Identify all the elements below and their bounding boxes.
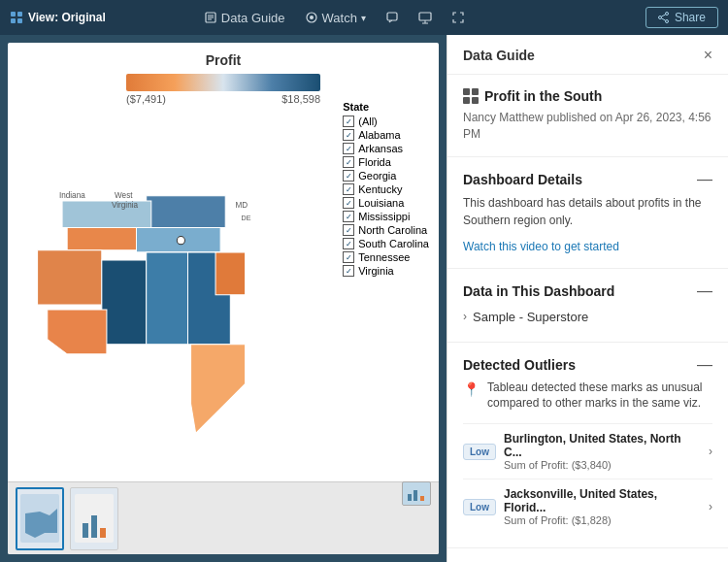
checkbox-tn[interactable] xyxy=(343,251,354,263)
thumb-map-icon xyxy=(20,494,59,543)
panel-header: Data Guide × xyxy=(447,35,728,75)
checkbox-va[interactable] xyxy=(343,265,354,277)
present-icon xyxy=(418,11,432,24)
louisiana-state[interactable] xyxy=(48,310,107,354)
mississippi-state[interactable] xyxy=(102,260,147,345)
outlier-info: 📍 Tableau detected these marks as unusua… xyxy=(463,380,712,413)
nc-dot xyxy=(177,237,184,245)
arkansas-state[interactable] xyxy=(38,250,102,305)
thumbnail-mini xyxy=(402,481,431,506)
svg-point-14 xyxy=(665,13,668,16)
fullscreen-button[interactable] xyxy=(451,11,465,24)
outliers-toggle[interactable]: — xyxy=(697,356,712,374)
comment-button[interactable] xyxy=(385,11,399,24)
outlier1-badge: Low xyxy=(463,444,496,460)
outlier2-name: Jacksonville, United States, Florid... xyxy=(504,487,701,514)
checkbox-al[interactable] xyxy=(343,129,354,141)
gradient-max: $18,598 xyxy=(281,93,320,105)
checkbox-ar[interactable] xyxy=(343,143,354,154)
main-content: Profit ($7,491) $18,598 State (All) Alab… xyxy=(0,35,728,562)
in-label: Indiana xyxy=(59,191,85,200)
state-item-fl[interactable]: Florida xyxy=(343,156,429,168)
svg-rect-23 xyxy=(100,528,106,538)
outlier-item-2[interactable]: Low Jacksonville, United States, Florid.… xyxy=(463,479,712,534)
state-item-ky[interactable]: Kentucky xyxy=(343,183,429,195)
state-item-la[interactable]: Louisiana xyxy=(343,197,429,209)
pin-icon: 📍 xyxy=(463,381,480,397)
thumbnail-1[interactable] xyxy=(16,487,64,550)
checkbox-fl[interactable] xyxy=(343,156,354,168)
svg-point-9 xyxy=(310,16,314,19)
topbar-right: Share xyxy=(645,7,718,28)
panel-close-button[interactable]: × xyxy=(704,47,712,64)
dashboard-details-toggle[interactable]: — xyxy=(697,171,712,188)
alabama-state[interactable] xyxy=(147,252,191,345)
viz-name: Profit in the South xyxy=(484,88,602,104)
logo-icon xyxy=(10,11,23,24)
comment-icon xyxy=(385,11,399,24)
present-button[interactable] xyxy=(418,11,432,24)
checkbox-ms[interactable] xyxy=(343,211,354,222)
superstore-data-item[interactable]: › Sample - Superstore xyxy=(463,306,712,328)
svg-rect-24 xyxy=(408,494,412,501)
topbar-center: Data Guide Watch ▾ xyxy=(204,11,465,25)
state-legend-title: State xyxy=(343,101,429,113)
checkbox-sc[interactable] xyxy=(343,238,354,249)
outlier1-text: Burlington, United States, North C... Su… xyxy=(504,432,701,471)
checkbox-la[interactable] xyxy=(343,197,354,209)
dashboard-details-title: Dashboard Details xyxy=(463,172,582,187)
data-title-row: Data in This Dashboard — xyxy=(463,282,712,300)
thumbnail-2[interactable] xyxy=(70,487,118,550)
outlier-item-1[interactable]: Low Burlington, United States, North C..… xyxy=(463,423,712,479)
svg-rect-25 xyxy=(414,490,417,501)
data-guide-button[interactable]: Data Guide xyxy=(204,11,285,25)
outlier1-arrow: › xyxy=(709,445,712,458)
state-item-all[interactable]: (All) xyxy=(343,116,429,127)
detected-outliers-section: Detected Outliers — 📍 Tableau detected t… xyxy=(447,343,728,549)
wv-label: West xyxy=(115,191,133,200)
view-original: View: Original xyxy=(10,11,106,24)
watch-button[interactable]: Watch ▾ xyxy=(305,11,366,25)
state-item-ms[interactable]: Mississippi xyxy=(343,211,429,222)
state-legend: State (All) Alabama Arkansas Florida Geo… xyxy=(343,101,429,279)
outliers-title-row: Detected Outliers — xyxy=(463,356,712,374)
outlier2-arrow: › xyxy=(709,500,712,513)
topbar: View: Original Data Guide Watch ▾ xyxy=(0,0,728,35)
wv-label2: Virginia xyxy=(112,201,138,210)
checkbox-ga[interactable] xyxy=(343,170,354,182)
share-button[interactable]: Share xyxy=(645,7,718,28)
checkbox-all[interactable] xyxy=(343,116,354,127)
south-carolina-state[interactable] xyxy=(215,252,246,295)
outliers-title: Detected Outliers xyxy=(463,357,576,373)
watch-video-link[interactable]: Watch this video to get started xyxy=(463,240,619,253)
viz-title-row: Profit in the South xyxy=(463,88,712,104)
state-item-sc[interactable]: South Carolina xyxy=(343,238,429,249)
checkbox-nc[interactable] xyxy=(343,224,354,236)
share-icon xyxy=(658,12,670,23)
data-guide-panel: Data Guide × Profit in the South Nancy M… xyxy=(447,35,728,562)
state-item-va[interactable]: Virginia xyxy=(343,265,429,277)
checkbox-ky[interactable] xyxy=(343,183,354,195)
dashboard-inner: Profit ($7,491) $18,598 State (All) Alab… xyxy=(8,43,439,554)
svg-rect-22 xyxy=(91,515,97,538)
svg-rect-3 xyxy=(17,18,22,23)
svg-rect-21 xyxy=(83,523,88,538)
thumbnail-strip xyxy=(8,481,439,554)
state-item-ar[interactable]: Arkansas xyxy=(343,143,429,154)
florida-state[interactable] xyxy=(191,345,246,434)
panel-title: Data Guide xyxy=(463,48,535,63)
virginia-state[interactable] xyxy=(147,196,226,228)
state-item-ga[interactable]: Georgia xyxy=(343,170,429,182)
profit-gradient-bar xyxy=(126,74,320,91)
southern-us-map: MD DE West Virginia Indiana xyxy=(8,101,265,518)
state-item-al[interactable]: Alabama xyxy=(343,129,429,141)
state-item-tn[interactable]: Tennessee xyxy=(343,251,429,263)
svg-rect-0 xyxy=(11,12,16,17)
mini-chart-icon xyxy=(407,486,426,502)
svg-line-18 xyxy=(661,18,665,20)
data-section-toggle[interactable]: — xyxy=(697,282,712,300)
superstore-label: Sample - Superstore xyxy=(473,310,588,324)
outlier-description: Tableau detected these marks as unusual … xyxy=(487,380,712,413)
state-item-nc[interactable]: North Carolina xyxy=(343,224,429,236)
dashboard-details-text: This dashboard has details about profits… xyxy=(463,194,712,229)
